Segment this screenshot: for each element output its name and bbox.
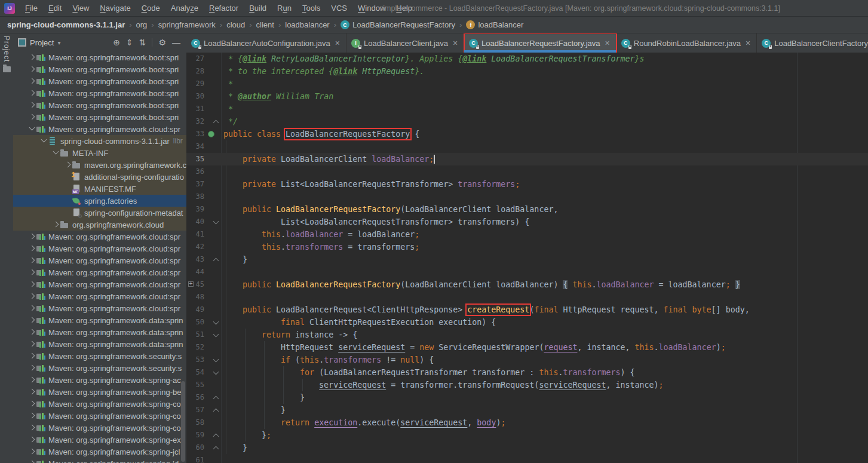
chevron-right-icon[interactable] [27,436,36,444]
breadcrumb-item[interactable]: loadbalancer [285,20,329,29]
chevron-right-icon[interactable] [27,364,36,372]
chevron-down-icon[interactable] [27,125,36,133]
tree-row[interactable]: Maven: org.springframework.boot:spri [13,111,186,123]
fold-marker-icon[interactable] [213,443,220,452]
chevron-right-icon[interactable] [27,424,36,432]
tree-row[interactable]: Maven: org.springframework.boot:spri [13,87,186,99]
fold-marker-icon[interactable] [213,406,220,414]
tree-row[interactable]: spring-cloud-commons-3.1.1.jarlibr [13,135,186,147]
code-line[interactable]: 54 for (LoadBalancerRequestTransformer t… [186,366,868,379]
tree-row[interactable]: Maven: org.springframework:spring-ex [13,434,186,446]
code-line[interactable]: 55 serviceRequest = transformer.transfor… [186,379,868,391]
project-stripe-tab[interactable]: Project [0,36,13,72]
tree-row[interactable]: Maven: org.springframework.boot:spri [13,51,186,63]
menu-item-analyze[interactable]: Analyze [165,0,204,17]
tree-row[interactable]: Maven: org.springframework.cloud:spr [13,302,186,314]
code-line[interactable]: 48 [186,291,868,303]
tree-row[interactable]: Maven: org.springframework.cloud:spr [13,231,186,243]
chevron-down-icon[interactable] [51,149,60,157]
chevron-right-icon[interactable] [27,256,36,265]
fold-marker-icon[interactable] [213,217,220,226]
tree-row[interactable]: Maven: org.springframework.security:s [13,362,186,374]
fold-marker-icon[interactable] [213,368,220,376]
menu-item-file[interactable]: File [20,0,43,17]
tree-row[interactable]: Maven: org.springframework.cloud:spr [13,255,186,266]
tree-row[interactable]: maven.org.springframework.c [13,159,186,171]
tree-row[interactable]: Maven: org.springframework.data:sprin [13,338,186,350]
project-panel-title[interactable]: Project [30,38,54,47]
tree-row[interactable]: Maven: org.springframework:spring-ac [13,374,186,386]
close-icon[interactable]: × [605,38,610,48]
chevron-right-icon[interactable] [27,412,36,420]
breadcrumb-item[interactable]: springframework [158,20,216,29]
tree-row[interactable]: Maven: org.springframework.boot:spri [13,75,186,87]
fold-marker-icon[interactable] [213,318,220,326]
code-line[interactable]: 35 private LoadBalancerClient loadBalanc… [186,153,868,165]
chevron-right-icon[interactable] [27,340,36,348]
chevron-right-icon[interactable] [27,268,36,277]
tree-row[interactable]: Maven: org.springframework:spring-co [13,398,186,410]
code-line[interactable]: 49 public LoadBalancerRequest<ClientHttp… [186,303,868,316]
close-icon[interactable]: × [746,38,750,48]
close-icon[interactable]: × [335,38,340,48]
menu-item-tools[interactable]: Tools [297,0,326,17]
chevron-right-icon[interactable] [27,65,36,73]
tree-row[interactable]: spring-configuration-metadat [13,207,186,219]
tree-row[interactable]: Maven: org.springframework.cloud:spr [13,266,186,278]
tree-scrollbar[interactable] [181,381,185,462]
breadcrumb-item[interactable]: client [256,20,274,29]
menu-item-refactor[interactable]: Refactor [204,0,244,17]
menu-item-navigate[interactable]: Navigate [94,0,136,17]
code-line[interactable]: 27 * {@link RetryLoadBalancerInterceptor… [186,53,868,65]
breadcrumb-item[interactable]: spring-cloud-commons-3.1.1.jar [7,20,125,29]
menu-item-edit[interactable]: Edit [43,0,67,17]
breadcrumb-item[interactable]: org [136,20,148,29]
menu-item-vcs[interactable]: VCS [326,0,352,17]
code-line[interactable]: 38 [186,191,868,203]
expand-all-button[interactable]: ⇕ [126,38,133,47]
code-line[interactable]: 43 } [186,253,868,266]
code-line[interactable]: 42 this.transformers = transformers; [186,241,868,253]
editor-tab[interactable]: CLoadBalancerRequestFactory.java× [464,33,617,53]
chevron-down-icon[interactable] [39,137,48,145]
chevron-right-icon[interactable] [27,400,36,408]
code-line[interactable]: 29 * [186,78,868,90]
menu-item-run[interactable]: Run [272,0,297,17]
chevron-down-icon[interactable]: ▾ [57,39,60,46]
settings-button[interactable]: ⚙ [158,38,166,47]
chevron-right-icon[interactable] [27,53,36,62]
code-line[interactable]: 34 [186,140,868,153]
tree-row[interactable]: additional-spring-configuratio [13,171,186,183]
editor-tab[interactable]: ILoadBalancerClient.java× [346,33,464,53]
tree-row[interactable]: Maven: org.springframework.cloud:spr [13,278,186,290]
fold-marker-icon[interactable] [213,330,220,339]
editor-tab[interactable]: CLoadBalancerAutoConfiguration.java× [186,33,346,53]
menu-item-view[interactable]: View [67,0,94,17]
code-line[interactable]: 30 * @author William Tran [186,90,868,103]
editor-tab[interactable]: CLoadBalancerClientFactory.java× [757,33,868,53]
tree-row[interactable]: MANIFEST.MF [13,183,186,195]
tree-row[interactable]: Maven: org.springframework:spring-co [13,410,186,422]
chevron-right-icon[interactable] [27,232,36,241]
code-line[interactable]: 41 this.loadBalancer = loadBalancer; [186,228,868,241]
chevron-right-icon[interactable] [27,447,36,456]
chevron-right-icon[interactable] [27,89,36,97]
code-line[interactable]: 37 private List<LoadBalancerRequestTrans… [186,178,868,191]
tree-row[interactable]: Maven: org.springframework.cloud:spr [13,243,186,255]
chevron-right-icon[interactable] [27,388,36,396]
chevron-right-icon[interactable] [27,376,36,384]
locate-button[interactable]: ⊕ [113,38,120,47]
tree-row[interactable]: Maven: org.springframework:spring-co [13,422,186,434]
editor-tab[interactable]: CRoundRobinLoadBalancer.java× [617,33,757,53]
tree-row[interactable]: Maven: org.springframework:spring-jcl [13,446,186,458]
chevron-right-icon[interactable] [27,101,36,109]
chevron-right-icon[interactable] [27,304,36,312]
code-line[interactable]: 56 } [186,391,868,404]
chevron-right-icon[interactable] [63,161,72,169]
code-line[interactable]: 40 List<LoadBalancerRequestTransformer> … [186,216,868,228]
chevron-right-icon[interactable] [27,77,36,85]
code-line[interactable]: 60 } [186,441,868,454]
code-line[interactable]: 31 * [186,103,868,115]
collapse-all-button[interactable]: ⇅ [139,38,146,47]
chevron-right-icon[interactable] [27,292,36,301]
